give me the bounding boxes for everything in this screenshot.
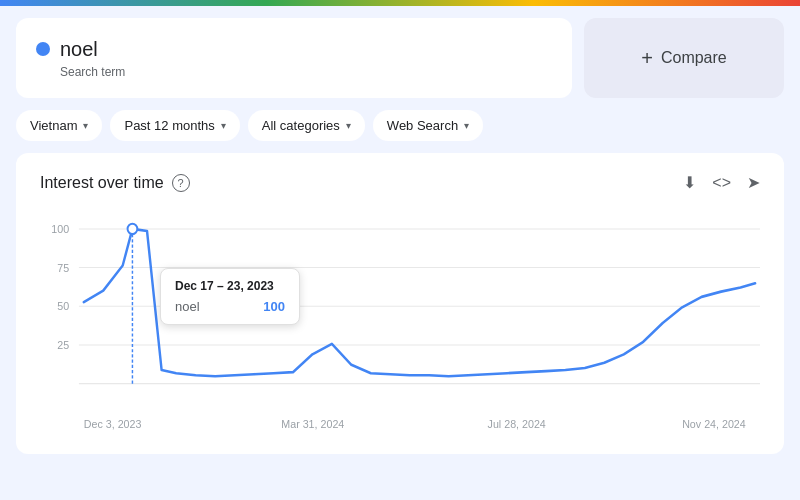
- compare-plus-icon: +: [641, 47, 653, 70]
- share-icon[interactable]: ➤: [747, 173, 760, 192]
- filter-period[interactable]: Past 12 months ▾: [110, 110, 239, 141]
- filter-period-label: Past 12 months: [124, 118, 214, 133]
- chart-title-area: Interest over time ?: [40, 174, 190, 192]
- search-term-top: noel: [36, 38, 552, 61]
- svg-text:Mar 31, 2024: Mar 31, 2024: [281, 417, 344, 429]
- help-symbol: ?: [178, 177, 184, 189]
- tooltip-term: noel: [175, 299, 200, 314]
- svg-text:Nov 24, 2024: Nov 24, 2024: [682, 417, 746, 429]
- filters-section: Vietnam ▾ Past 12 months ▾ All categorie…: [0, 110, 800, 153]
- header-section: noel Search term + Compare: [0, 6, 800, 110]
- filter-region-label: Vietnam: [30, 118, 77, 133]
- tooltip-value: 100: [263, 299, 285, 314]
- svg-text:25: 25: [57, 339, 69, 351]
- svg-text:Jul 28, 2024: Jul 28, 2024: [488, 417, 546, 429]
- search-term-card: noel Search term: [16, 18, 572, 98]
- filter-category-label: All categories: [262, 118, 340, 133]
- svg-text:50: 50: [57, 300, 69, 312]
- chart-header: Interest over time ? ⬇ <> ➤: [40, 173, 760, 192]
- chart-svg: 100 75 50 25 Dec 3, 2023 Mar 31, 2024 Ju…: [40, 208, 760, 438]
- search-term-dot: [36, 42, 50, 56]
- help-icon[interactable]: ?: [172, 174, 190, 192]
- filter-type[interactable]: Web Search ▾: [373, 110, 483, 141]
- filter-type-arrow: ▾: [464, 120, 469, 131]
- filter-period-arrow: ▾: [221, 120, 226, 131]
- download-icon[interactable]: ⬇: [683, 173, 696, 192]
- tooltip-row: noel 100: [175, 299, 285, 314]
- chart-actions: ⬇ <> ➤: [683, 173, 760, 192]
- filter-category-arrow: ▾: [346, 120, 351, 131]
- tooltip-box: Dec 17 – 23, 2023 noel 100: [160, 268, 300, 325]
- chart-title: Interest over time: [40, 174, 164, 192]
- embed-icon[interactable]: <>: [712, 174, 731, 192]
- filter-type-label: Web Search: [387, 118, 458, 133]
- svg-text:100: 100: [51, 223, 69, 235]
- filter-category[interactable]: All categories ▾: [248, 110, 365, 141]
- tooltip-dot: [128, 224, 138, 234]
- filter-region-arrow: ▾: [83, 120, 88, 131]
- filter-region[interactable]: Vietnam ▾: [16, 110, 102, 141]
- search-term-name: noel: [60, 38, 98, 61]
- search-term-label: Search term: [60, 65, 552, 79]
- chart-section: Interest over time ? ⬇ <> ➤ 100 75 50 25…: [16, 153, 784, 454]
- compare-label: Compare: [661, 49, 727, 67]
- chart-container: 100 75 50 25 Dec 3, 2023 Mar 31, 2024 Ju…: [40, 208, 760, 438]
- tooltip-date: Dec 17 – 23, 2023: [175, 279, 285, 293]
- svg-text:Dec 3, 2023: Dec 3, 2023: [84, 417, 142, 429]
- compare-card[interactable]: + Compare: [584, 18, 784, 98]
- svg-text:75: 75: [57, 261, 69, 273]
